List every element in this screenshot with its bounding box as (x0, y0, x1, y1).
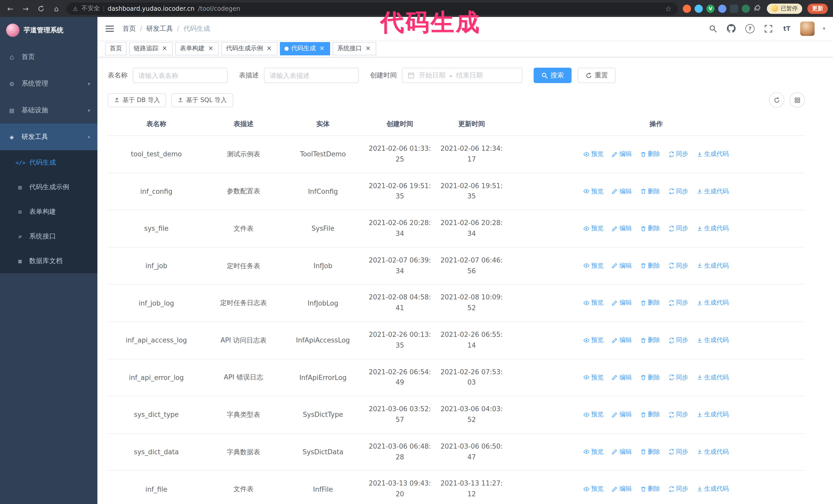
sync-link[interactable]: 同步 (668, 410, 688, 419)
sync-link[interactable]: 同步 (668, 224, 688, 233)
generate-code-link[interactable]: 生成代码 (697, 262, 729, 270)
reload-icon[interactable] (36, 3, 46, 14)
generate-code-link[interactable]: 生成代码 (697, 448, 729, 456)
close-icon[interactable] (207, 45, 214, 52)
search-icon[interactable] (708, 23, 718, 33)
edit-link[interactable]: 编辑 (612, 299, 632, 307)
search-button[interactable]: 搜索 (533, 68, 572, 83)
sidebar-item[interactable]: ▤ 基础设施 (0, 97, 97, 124)
delete-link[interactable]: 删除 (640, 299, 660, 307)
delete-link[interactable]: 删除 (640, 262, 660, 270)
forward-icon[interactable] (21, 3, 31, 14)
breadcrumb-item[interactable]: 首页 (122, 24, 136, 33)
generate-code-link[interactable]: 生成代码 (697, 187, 729, 196)
delete-link[interactable]: 删除 (640, 150, 660, 159)
delete-link[interactable]: 删除 (640, 336, 660, 344)
preview-link[interactable]: 预览 (584, 485, 603, 494)
sidebar-item[interactable]: ⚙ 系统管理 (0, 70, 97, 97)
close-icon[interactable] (265, 45, 273, 52)
breadcrumb-item[interactable]: 代码生成 (173, 24, 210, 33)
extension-icon[interactable] (718, 4, 727, 13)
import-sql-button[interactable]: 基于 SQL 导入 (171, 93, 233, 107)
delete-link[interactable]: 删除 (640, 373, 660, 382)
generate-code-link[interactable]: 生成代码 (697, 150, 729, 159)
page-tag[interactable]: 代码生成示例 (221, 42, 277, 55)
avatar-caret-icon[interactable] (823, 26, 825, 31)
refresh-table-button[interactable] (769, 92, 784, 108)
page-tag[interactable]: 代码生成 (280, 42, 330, 55)
home-icon[interactable] (51, 3, 62, 14)
preview-link[interactable]: 预览 (584, 150, 603, 159)
extension-icon[interactable] (695, 4, 703, 13)
edit-link[interactable]: 编辑 (612, 224, 632, 233)
preview-link[interactable]: 预览 (584, 299, 603, 307)
sync-link[interactable]: 同步 (668, 150, 688, 159)
generate-code-link[interactable]: 生成代码 (697, 410, 729, 419)
column-settings-button[interactable] (789, 92, 805, 108)
generate-code-link[interactable]: 生成代码 (697, 373, 729, 382)
preview-link[interactable]: 预览 (584, 336, 603, 344)
sidebar-item[interactable]: ⌂ 首页 (0, 44, 97, 70)
preview-link[interactable]: 预览 (584, 262, 603, 270)
generate-code-link[interactable]: 生成代码 (697, 336, 729, 344)
edit-link[interactable]: 编辑 (612, 410, 632, 419)
page-tag[interactable]: 首页 (105, 42, 127, 55)
sync-link[interactable]: 同步 (668, 448, 688, 456)
close-icon[interactable] (364, 45, 372, 52)
help-icon[interactable] (745, 23, 755, 33)
extension-icon[interactable] (683, 4, 691, 13)
page-tag[interactable]: 表单构建 (175, 42, 219, 55)
paused-badge[interactable]: 已暂停 (767, 3, 802, 14)
preview-link[interactable]: 预览 (584, 410, 603, 419)
edit-link[interactable]: 编辑 (612, 485, 632, 494)
fullscreen-icon[interactable] (763, 23, 774, 33)
app-logo[interactable]: 芋道管理系统 (0, 17, 97, 44)
extension-icon[interactable] (742, 4, 750, 13)
edit-link[interactable]: 编辑 (612, 448, 632, 456)
collapse-sidebar-icon[interactable] (105, 23, 115, 33)
close-icon[interactable] (318, 45, 326, 52)
extension-icon[interactable]: V (706, 4, 715, 13)
sidebar-subitem[interactable]: </> 代码生成 (0, 150, 97, 175)
sync-link[interactable]: 同步 (668, 336, 688, 344)
edit-link[interactable]: 编辑 (612, 262, 632, 270)
breadcrumb-item[interactable]: 研发工具 (136, 24, 173, 33)
sync-link[interactable]: 同步 (668, 299, 688, 307)
extension-icon[interactable] (730, 4, 738, 13)
preview-link[interactable]: 预览 (584, 448, 603, 456)
edit-link[interactable]: 编辑 (612, 187, 632, 196)
delete-link[interactable]: 删除 (640, 485, 660, 494)
update-button[interactable]: 更新 (807, 3, 828, 14)
date-end-placeholder[interactable]: 结束日期 (456, 71, 483, 80)
sidebar-subitem[interactable]: ▦ 数据库文档 (0, 249, 97, 273)
preview-link[interactable]: 预览 (584, 373, 603, 382)
sync-link[interactable]: 同步 (668, 187, 688, 196)
close-icon[interactable] (161, 45, 168, 52)
table-name-input[interactable] (133, 68, 228, 83)
delete-link[interactable]: 删除 (640, 187, 660, 196)
sidebar-item[interactable]: ◈ 研发工具 (0, 124, 97, 150)
import-db-button[interactable]: 基于 DB 导入 (108, 93, 166, 107)
generate-code-link[interactable]: 生成代码 (697, 224, 729, 233)
edit-link[interactable]: 编辑 (612, 336, 632, 344)
edit-link[interactable]: 编辑 (612, 373, 632, 382)
bookmark-star-icon[interactable] (665, 4, 671, 13)
address-bar[interactable]: 不安全 dashboard.yudao.iocoder.cn /tool/cod… (67, 2, 678, 15)
sidebar-subitem[interactable]: ▧ 代码生成示例 (0, 175, 97, 199)
github-icon[interactable] (727, 23, 737, 33)
reset-button[interactable]: 重置 (578, 68, 616, 83)
preview-link[interactable]: 预览 (584, 187, 603, 196)
page-tag[interactable]: 系统接口 (333, 42, 376, 55)
back-icon[interactable] (5, 3, 15, 14)
page-tag[interactable]: 链路追踪 (129, 42, 173, 55)
generate-code-link[interactable]: 生成代码 (697, 299, 729, 307)
sidebar-subitem[interactable]: ⇄ 系统接口 (0, 224, 97, 249)
preview-link[interactable]: 预览 (584, 224, 603, 233)
date-range-picker[interactable]: 开始日期 - 结束日期 (402, 68, 522, 83)
user-avatar[interactable] (800, 21, 814, 35)
delete-link[interactable]: 删除 (640, 448, 660, 456)
table-desc-input[interactable] (264, 68, 359, 83)
date-start-placeholder[interactable]: 开始日期 (419, 71, 446, 80)
delete-link[interactable]: 删除 (640, 224, 660, 233)
sync-link[interactable]: 同步 (668, 373, 688, 382)
